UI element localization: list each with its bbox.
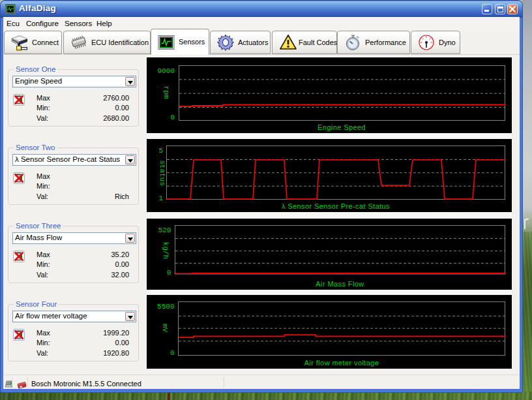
svg-text:status: status — [158, 160, 166, 186]
svg-text:0: 0 — [170, 349, 175, 357]
svg-text:520: 520 — [158, 226, 171, 234]
svg-text:0: 0 — [170, 114, 175, 121]
svg-text:5500: 5500 — [157, 303, 174, 311]
svg-text:Air flow meter voltage: Air flow meter voltage — [304, 359, 379, 367]
svg-text:mV: mV — [161, 324, 169, 333]
svg-text:kg/h: kg/h — [162, 242, 170, 259]
svg-text:0: 0 — [167, 269, 171, 277]
svg-text:9000: 9000 — [158, 67, 175, 75]
svg-text:5: 5 — [158, 147, 163, 155]
svg-text:Engine Speed: Engine Speed — [318, 123, 366, 131]
svg-text:rpm: rpm — [162, 86, 170, 99]
svg-text:1: 1 — [158, 194, 163, 202]
svg-text:Air Mass Flow: Air Mass Flow — [316, 280, 364, 288]
svg-text:λ Sensor Sensor Pre-cat Status: λ Sensor Sensor Pre-cat Status — [282, 202, 390, 210]
